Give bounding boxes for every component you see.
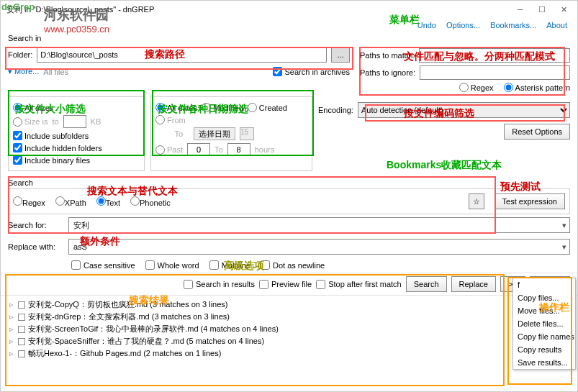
result-item[interactable]: ▹安利党-dnGrep：全文搜索利器.md (3 matches on 3 li… (8, 311, 570, 323)
past-from[interactable] (187, 143, 210, 156)
size-is-radio[interactable]: Size is (13, 117, 48, 127)
search-section-label: Search (8, 177, 570, 188)
encoding-label: Encoding: (318, 106, 353, 114)
all-dates-radio[interactable]: All dates (155, 103, 197, 112)
all-sizes-radio[interactable]: All sizes (13, 103, 53, 112)
type-regex[interactable]: Regex (13, 196, 45, 207)
result-item[interactable]: ▹畅玩Hexo-1-：Github Pages.md (2 matches on… (8, 347, 570, 360)
date-picker[interactable]: 选择日期 (194, 127, 235, 140)
past-to[interactable] (227, 143, 250, 156)
search-for-input[interactable]: 安利 (68, 217, 570, 233)
ctx-copy-results[interactable]: Copy results (513, 343, 575, 356)
paths-ignore-input[interactable] (420, 65, 570, 80)
replace-with-input[interactable]: asS (68, 239, 570, 255)
result-item[interactable]: ▹安利党-CopyQ：剪切板也疯狂.md (3 matches on 3 lin… (8, 298, 570, 311)
bookmark-star-button[interactable]: ☆ (469, 193, 484, 209)
result-item[interactable]: ▹安利党-ScreenToGif：我心中最棒的录屏软件.md (4 matche… (8, 323, 570, 335)
folder-label: Folder: (8, 50, 32, 59)
ctx-copy-names[interactable]: Copy file names (513, 330, 575, 343)
context-menu: f Copy files... Move files... Delete fil… (512, 278, 576, 370)
dot-newline[interactable]: Dot as newline (261, 260, 325, 270)
type-phonetic[interactable]: Phonetic (130, 196, 171, 207)
type-xpath[interactable]: XPath (55, 196, 86, 207)
case-sensitive[interactable]: Case sensitive (71, 260, 135, 270)
menu-bookmarks[interactable]: Bookmarks... (490, 21, 536, 29)
replace-with-label: Replace with: (8, 242, 64, 251)
path-mode-asterisk[interactable]: Asterisk pattern (504, 83, 570, 92)
type-text[interactable]: Text (96, 196, 120, 207)
encoding-select[interactable]: Auto detection (default) (358, 102, 570, 118)
search-in-results[interactable]: Search in results (184, 280, 255, 289)
folder-input[interactable] (37, 47, 327, 63)
brand-url: www.pc0359.cn (44, 24, 109, 35)
menu-undo[interactable]: Undo (417, 21, 436, 29)
stop-after-first[interactable]: Stop after first match (316, 280, 401, 289)
path-mode-regex[interactable]: Regex (459, 83, 494, 92)
past-radio[interactable]: Past (155, 145, 183, 155)
minimize-button[interactable]: ─ (510, 2, 531, 17)
search-for-label: Search for: (8, 221, 64, 229)
preview-file[interactable]: Preview file (259, 280, 312, 289)
ctx-move-files[interactable]: Move files... (513, 304, 575, 317)
menu-about[interactable]: About (546, 21, 567, 29)
include-binary[interactable]: Include binary files (13, 155, 90, 165)
created-radio[interactable]: Created (248, 103, 287, 112)
size-to-input[interactable] (63, 115, 86, 128)
reset-options-button[interactable]: Reset Options (504, 124, 570, 140)
size-filter-group: All sizes Size istoKB Include subfolders… (8, 96, 145, 171)
search-button[interactable]: Search (406, 276, 447, 292)
whole-word[interactable]: Whole word (145, 260, 199, 270)
browse-button[interactable]: ... (331, 47, 350, 63)
all-files-label: All files (43, 68, 68, 76)
search-archives-checkbox[interactable]: Search in archives (273, 67, 351, 76)
paths-match-input[interactable] (419, 48, 570, 63)
paths-ignore-label: Paths to ignore: (360, 68, 415, 77)
include-subfolders[interactable]: Include subfolders (13, 131, 89, 140)
maximize-button[interactable]: ☐ (531, 2, 553, 17)
test-expression-button[interactable]: Test expression (495, 193, 565, 209)
menu-options[interactable]: Options... (446, 21, 480, 29)
modified-radio[interactable]: Modified (202, 103, 243, 112)
result-item[interactable]: ▹安利党-SpaceSniffer：谁占了我的硬盘？.md (5 matches… (8, 335, 570, 347)
paths-match-label: Paths to match: (360, 51, 415, 60)
replace-button[interactable]: Replace (451, 276, 496, 292)
ctx-save-results[interactable]: Save results... (513, 356, 575, 369)
from-radio[interactable]: From (155, 115, 186, 124)
brand-name: 河东软件园 (44, 6, 109, 24)
date-filter-group: All dates Modified Created From To 选择日期1… (150, 96, 312, 171)
more-toggle[interactable]: ▾ More... (8, 67, 39, 76)
results-panel: ▹安利党-CopyQ：剪切板也疯狂.md (3 matches on 3 lin… (1, 296, 577, 388)
multiline[interactable]: Multiline (209, 260, 250, 270)
include-hidden[interactable]: Include hidden folders (13, 143, 102, 152)
ctx-copy-files[interactable]: Copy files... (513, 291, 575, 304)
app-logo: dnGrep (1, 1, 35, 12)
close-button[interactable]: ✕ (553, 2, 574, 17)
ctx-delete-files[interactable]: Delete files... (513, 317, 575, 330)
star-icon: ☆ (473, 197, 480, 206)
ctx-f[interactable]: f (513, 278, 575, 291)
